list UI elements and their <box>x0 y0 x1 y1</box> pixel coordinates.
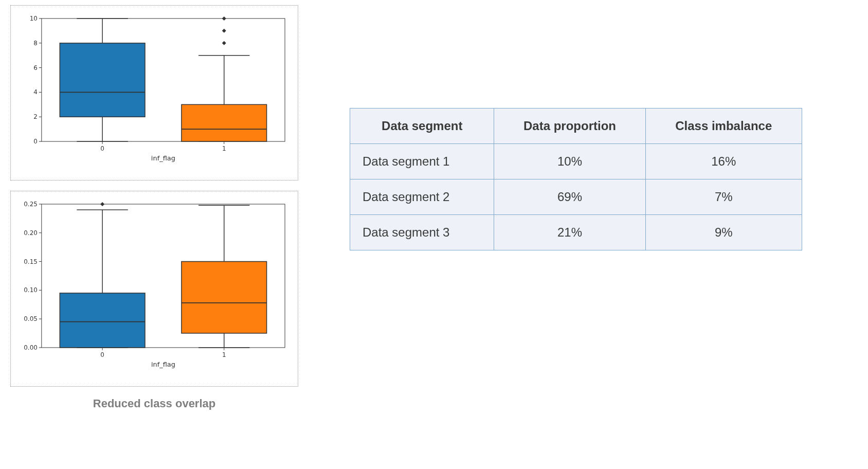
svg-text:0.00: 0.00 <box>24 344 38 351</box>
left-column: 024681001inf_flag 0.000.050.100.150.200.… <box>10 5 298 410</box>
table-cell: 16% <box>645 144 802 179</box>
table-row: Data segment 110%16% <box>350 144 802 179</box>
svg-text:4: 4 <box>33 88 38 96</box>
caption: Reduced class overlap <box>10 397 298 410</box>
table-header: Data proportion <box>494 109 645 144</box>
svg-text:0.15: 0.15 <box>24 258 38 265</box>
table-cell: 7% <box>645 179 802 215</box>
table-cell: 21% <box>494 215 645 250</box>
svg-text:2: 2 <box>33 113 38 120</box>
svg-text:0.25: 0.25 <box>24 201 38 208</box>
svg-text:10: 10 <box>30 15 38 22</box>
svg-text:0.20: 0.20 <box>24 229 38 237</box>
table-cell: Data segment 3 <box>350 215 494 250</box>
svg-text:1: 1 <box>222 351 226 358</box>
svg-rect-52 <box>60 293 145 348</box>
boxplot-top: 024681001inf_flag <box>10 5 298 181</box>
table-header-row: Data segment Data proportion Class imbal… <box>350 109 802 144</box>
svg-text:0: 0 <box>100 351 104 358</box>
svg-text:8: 8 <box>33 40 38 47</box>
svg-text:inf_flag: inf_flag <box>151 360 175 368</box>
table-row: Data segment 269%7% <box>350 179 802 215</box>
svg-text:0.10: 0.10 <box>24 286 38 294</box>
svg-rect-58 <box>182 261 267 333</box>
table-header: Data segment <box>350 109 494 144</box>
svg-rect-22 <box>60 43 145 117</box>
table-cell: 10% <box>494 144 645 179</box>
boxplot-bottom-svg: 0.000.050.100.150.200.2501inf_flag <box>16 196 293 371</box>
svg-text:6: 6 <box>33 64 38 71</box>
table-cell: 9% <box>645 215 802 250</box>
svg-text:0: 0 <box>100 145 104 152</box>
table-cell: Data segment 2 <box>350 179 494 215</box>
svg-rect-28 <box>182 104 267 141</box>
svg-text:1: 1 <box>222 145 226 152</box>
data-segment-table: Data segment Data proportion Class imbal… <box>350 108 802 250</box>
svg-text:0.05: 0.05 <box>24 315 38 322</box>
svg-text:0: 0 <box>33 138 38 145</box>
svg-text:inf_flag: inf_flag <box>151 154 175 162</box>
table-row: Data segment 321%9% <box>350 215 802 250</box>
table-cell: Data segment 1 <box>350 144 494 179</box>
boxplot-bottom: 0.000.050.100.150.200.2501inf_flag <box>10 191 298 387</box>
boxplot-top-svg: 024681001inf_flag <box>16 11 293 165</box>
table-cell: 69% <box>494 179 645 215</box>
table-header: Class imbalance <box>645 109 802 144</box>
right-column: Data segment Data proportion Class imbal… <box>350 108 802 250</box>
